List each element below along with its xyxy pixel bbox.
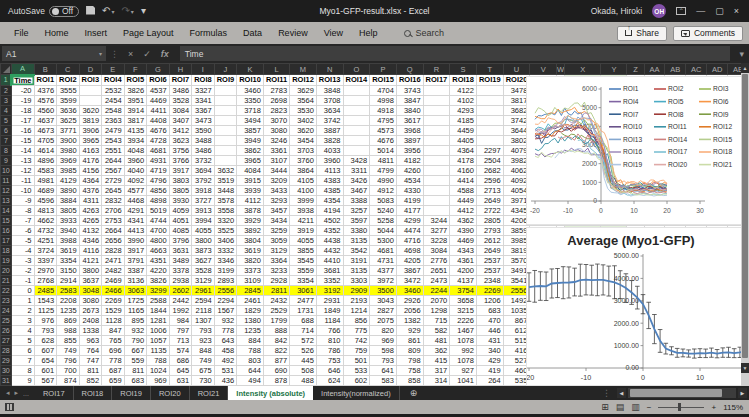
cell[interactable]: 4185 [450, 115, 477, 125]
scroll-right-icon[interactable]: ▶ [738, 388, 747, 398]
cell[interactable]: 602 [343, 375, 370, 385]
cell[interactable]: 796 [57, 355, 80, 365]
cell[interactable]: 3407 [169, 115, 192, 125]
cell[interactable]: 4469 [450, 235, 477, 245]
cell[interactable]: 3135 [343, 235, 370, 245]
cell[interactable]: 3558 [214, 205, 237, 215]
cell[interactable]: 4896 [34, 155, 57, 165]
cell[interactable]: 3862 [237, 145, 264, 155]
cell[interactable]: 4918 [370, 105, 397, 115]
zoom-in-button[interactable]: + [711, 403, 716, 412]
cell[interactable]: 3528 [192, 265, 215, 275]
cell[interactable]: 3063 [124, 285, 147, 295]
cell[interactable]: 446 [476, 325, 503, 335]
cell[interactable]: 3855 [290, 245, 317, 255]
row-header-22[interactable]: 22 [1, 285, 12, 295]
cell[interactable]: 3070 [263, 115, 289, 125]
cell[interactable] [214, 125, 237, 135]
cell[interactable]: 858 [396, 375, 423, 385]
cell[interactable]: 3703 [290, 145, 317, 155]
cell[interactable]: 4211 [290, 215, 317, 225]
cell[interactable]: -20 [11, 85, 34, 95]
cell[interactable]: 3361 [263, 145, 289, 155]
cell[interactable]: 3129 [192, 275, 215, 285]
cell[interactable]: 3800 [79, 265, 102, 275]
column-header-ab[interactable]: AB [665, 64, 686, 75]
cell[interactable]: 3486 [169, 85, 192, 95]
cell[interactable]: 4116 [79, 245, 102, 255]
row-header-23[interactable]: 23 [1, 295, 12, 305]
cell[interactable]: 2442 [169, 295, 192, 305]
cell[interactable]: 0 [11, 285, 34, 295]
user-name[interactable]: Okada, Hiroki [591, 6, 643, 16]
cell[interactable]: 1214 [343, 305, 370, 315]
cell[interactable]: 641 [370, 365, 397, 375]
cell[interactable]: 3951 [124, 95, 147, 105]
cell[interactable]: -6 [11, 225, 34, 235]
cell[interactable]: 631 [169, 375, 192, 385]
cell[interactable]: -14 [11, 145, 34, 155]
zoom-slider-thumb[interactable] [678, 403, 681, 411]
cell[interactable]: 3939 [237, 185, 264, 195]
cell[interactable]: 3743 [396, 85, 423, 95]
cell[interactable]: -19 [11, 95, 34, 105]
cell[interactable]: 878 [263, 375, 289, 385]
cell[interactable]: 3528 [169, 95, 192, 105]
cell[interactable]: 2845 [237, 285, 264, 295]
cell[interactable] [423, 115, 450, 125]
cell[interactable]: 4583 [34, 165, 57, 175]
cell[interactable]: ROI5 [124, 75, 147, 86]
column-header-s[interactable]: S [450, 64, 477, 75]
cell[interactable]: 3233 [263, 265, 289, 275]
cell[interactable]: ROI19 [476, 75, 503, 86]
cell[interactable]: 3061 [290, 285, 317, 295]
sheet-nav-right-icon[interactable]: ▸ [15, 389, 19, 397]
cell[interactable]: 3136 [124, 275, 147, 285]
cell[interactable] [476, 85, 503, 95]
cell[interactable]: 4898 [147, 195, 170, 205]
cell[interactable]: 3080 [79, 295, 102, 305]
undo-dropdown-icon[interactable]: ▾ [111, 9, 114, 15]
cell[interactable]: 572 [290, 335, 317, 345]
cell[interactable] [343, 125, 370, 135]
cell[interactable]: 3433 [263, 185, 289, 195]
cell[interactable]: 7 [11, 355, 34, 365]
row-header-3[interactable]: 3 [1, 95, 12, 105]
cell[interactable]: 4438 [316, 235, 343, 245]
cell[interactable]: 778 [102, 355, 125, 365]
cell[interactable]: 3985 [57, 165, 80, 175]
cell[interactable]: 3988 [57, 235, 80, 245]
cell[interactable]: 607 [34, 345, 57, 355]
cell[interactable]: 3906 [79, 125, 102, 135]
sheet-nav-left-icon[interactable]: ◂ [6, 389, 10, 397]
cell[interactable]: 362 [423, 345, 450, 355]
row-header-21[interactable]: 21 [1, 275, 12, 285]
cell[interactable]: 4220 [147, 265, 170, 275]
row-header-8[interactable]: 8 [1, 145, 12, 155]
row-header-18[interactable]: 18 [1, 245, 12, 255]
cell[interactable]: -3 [11, 255, 34, 265]
cell[interactable]: 852 [79, 375, 102, 385]
cell[interactable]: 4990 [370, 175, 397, 185]
cell[interactable]: 4728 [147, 135, 170, 145]
cell[interactable]: 4537 [147, 85, 170, 95]
cell[interactable] [423, 175, 450, 185]
cell[interactable]: 4182 [396, 155, 423, 165]
column-header-k[interactable]: K [237, 64, 264, 75]
cell[interactable]: 3990 [124, 235, 147, 245]
cell[interactable]: 4813 [34, 205, 57, 215]
column-header-m[interactable]: M [290, 64, 317, 75]
cell[interactable]: 628 [34, 335, 57, 345]
average-chart[interactable]: Average (Myo1-GFP)0.001000.002000.003000… [526, 227, 749, 386]
column-header-ac[interactable]: AC [686, 64, 707, 75]
cell[interactable]: 2602 [169, 285, 192, 295]
cell[interactable]: 4092 [124, 175, 147, 185]
cell[interactable]: -10 [11, 185, 34, 195]
cell[interactable]: 2594 [192, 295, 215, 305]
sheet-tab-roi18[interactable]: ROI18 [74, 386, 113, 400]
cell[interactable]: 4588 [450, 185, 477, 195]
cell[interactable]: ROI4 [102, 75, 125, 86]
cell[interactable]: 1382 [396, 315, 423, 325]
cell[interactable]: 2269 [476, 285, 503, 295]
cell[interactable]: 2583 [57, 285, 80, 295]
